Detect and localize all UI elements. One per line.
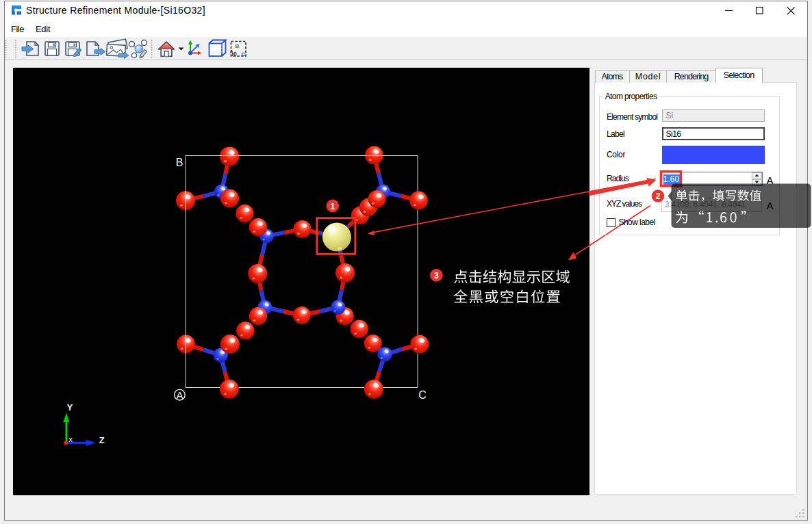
svg-text:2: 2 [656,192,661,201]
svg-text:3: 3 [434,271,439,280]
svg-text:1: 1 [330,202,335,211]
